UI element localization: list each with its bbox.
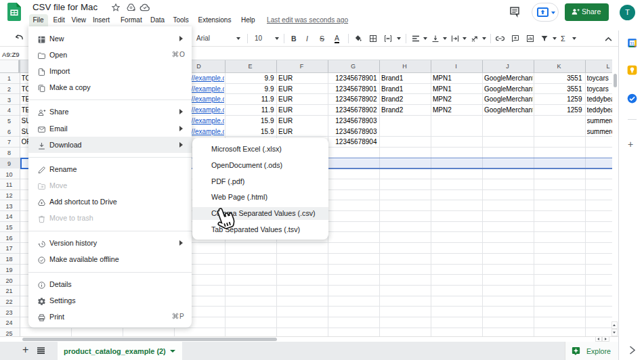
svg-text:31: 31 <box>630 41 635 45</box>
